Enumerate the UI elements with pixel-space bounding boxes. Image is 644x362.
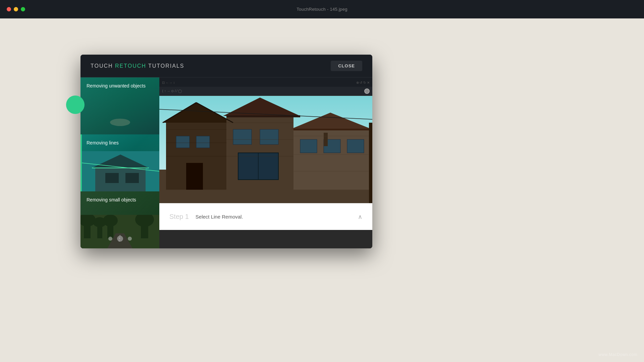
- traffic-lights: [7, 7, 25, 11]
- mini-toolbar-controls: ⊡ ←→ ↕: [162, 81, 175, 84]
- svg-rect-25: [125, 173, 139, 183]
- dots-indicator: [108, 236, 132, 242]
- svg-rect-48: [260, 129, 278, 144]
- svg-point-32: [103, 215, 118, 227]
- tutorial-menu: Removing unwanted objects Removing lines: [80, 77, 159, 248]
- svg-rect-70: [369, 123, 372, 203]
- mini-image-toolbar: ⊡ ←→ ↕ ⊕ ↺ ↻ ✕ ⟨ ↑ → ⊙ / ∕ ◯: [159, 77, 372, 87]
- tutorial-header: TOUCH RETOUCH TUTORIALS CLOSE: [80, 55, 372, 77]
- svg-rect-43: [293, 129, 371, 190]
- svg-rect-45: [176, 136, 190, 148]
- menu-item-removing-lines[interactable]: Removing lines: [80, 134, 159, 191]
- menu-item-small-objects[interactable]: Removing small objects: [80, 191, 159, 248]
- color-picker[interactable]: [364, 88, 370, 94]
- menu-item-unwanted-objects[interactable]: Removing unwanted objects: [80, 77, 159, 134]
- tutorial-title: TOUCH RETOUCH TUTORIALS: [91, 63, 184, 69]
- svg-rect-24: [105, 173, 119, 183]
- close-button[interactable]: [7, 7, 11, 11]
- step-expand-button[interactable]: ∧: [358, 213, 362, 221]
- step-number: Step 1: [169, 213, 189, 221]
- step-left: Step 1 Select Line Removal.: [169, 213, 243, 221]
- title-tutorials: TUTORIALS: [146, 63, 184, 69]
- maximize-button[interactable]: [21, 7, 25, 11]
- active-menu-indicator: [80, 134, 82, 191]
- green-circle-indicator: [66, 96, 85, 114]
- mini-brush-tools: ⟨ ↑ → ⊙ / ∕ ◯: [162, 89, 182, 93]
- dot-1: [108, 237, 112, 241]
- mini-toolbar-right: ⊕ ↺ ↻ ✕: [356, 81, 370, 84]
- svg-rect-46: [196, 136, 210, 148]
- watermark: www.MacDown.com: [598, 352, 637, 357]
- tutorial-content: Removing unwanted objects Removing lines: [80, 77, 372, 248]
- dot-2: [117, 236, 123, 242]
- dot-3: [128, 237, 132, 241]
- step-text: Select Line Removal.: [196, 214, 243, 220]
- menu-item-3-label: Removing small objects: [87, 197, 153, 203]
- house-photo: [159, 96, 372, 203]
- canvas-area: TOUCH RETOUCH TUTORIALS CLOSE Removing u…: [0, 18, 644, 362]
- house-scene-svg: [159, 96, 372, 203]
- title-retouch: RETOUCH: [115, 63, 146, 69]
- oval-object: [110, 119, 130, 126]
- menu-item-2-label: Removing lines: [87, 140, 153, 146]
- tutorial-panel: TOUCH RETOUCH TUTORIALS CLOSE Removing u…: [80, 55, 372, 248]
- window-title: TouchRetouch - 145.jpeg: [297, 7, 347, 12]
- tutorial-image-area: ⊡ ←→ ↕ ⊕ ↺ ↻ ✕ ⟨ ↑ → ⊙ / ∕ ◯: [159, 77, 372, 248]
- svg-rect-69: [186, 163, 203, 190]
- minimize-button[interactable]: [14, 7, 18, 11]
- close-button[interactable]: CLOSE: [331, 61, 362, 71]
- svg-rect-59: [324, 133, 328, 146]
- svg-rect-55: [293, 129, 372, 130]
- svg-rect-49: [300, 139, 317, 153]
- title-bar: TouchRetouch - 145.jpeg: [0, 0, 644, 18]
- svg-rect-51: [347, 139, 364, 153]
- step-instruction: Step 1 Select Line Removal. ∧: [159, 203, 372, 230]
- svg-rect-47: [233, 129, 252, 144]
- title-touch: TOUCH: [91, 63, 115, 69]
- menu-item-1-label: Removing unwanted objects: [87, 83, 153, 89]
